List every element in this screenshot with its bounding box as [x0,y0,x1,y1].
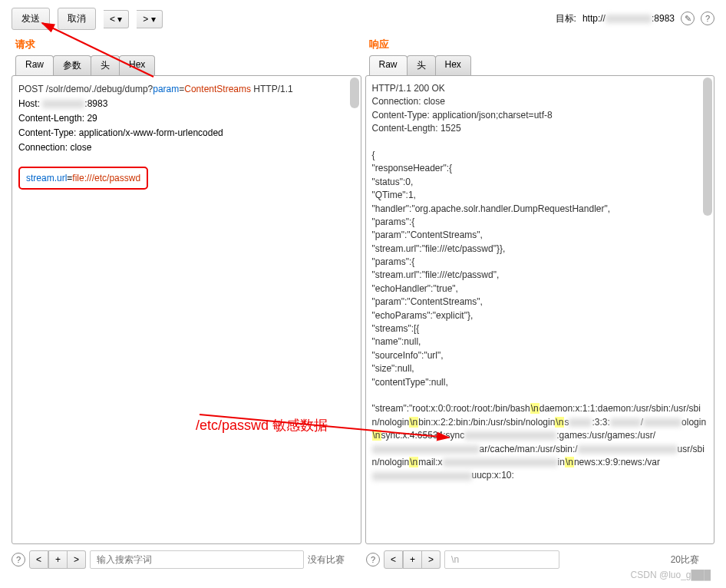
help-icon-right[interactable]: ? [366,553,380,567]
target-url: http://:8983 [582,13,675,24]
search-input-left[interactable] [90,550,304,569]
tab-hex-response[interactable]: Hex [435,55,471,75]
search-add-left[interactable]: + [48,550,68,569]
search-prev-left[interactable]: < [29,550,48,569]
search-add-right[interactable]: + [403,550,422,569]
watermark: CSDN @luo_g███ [631,570,711,580]
search-prev-right[interactable]: < [384,550,403,569]
send-button[interactable]: 发送 [12,8,50,30]
help-icon-left[interactable]: ? [12,553,25,567]
request-title: 请求 [12,38,361,51]
help-icon[interactable]: ? [701,12,714,25]
response-content[interactable]: HTTP/1.1 200 OK Connection: close Conten… [365,75,715,544]
scrollbar-request[interactable] [350,78,359,108]
search-next-left[interactable]: > [68,550,86,569]
search-input-right[interactable] [444,550,559,569]
tab-raw-request[interactable]: Raw [15,55,54,75]
request-content[interactable]: POST /solr/demo/./debug/dump?param=Conte… [12,75,361,544]
prev-button[interactable]: < ▾ [104,10,129,28]
target-label: 目标: [556,12,576,25]
match-count-right: 20比赛 [671,553,699,567]
tab-headers-request[interactable]: 头 [91,55,120,75]
cancel-button[interactable]: 取消 [58,8,96,30]
response-panel: 响应 Raw 头 Hex HTTP/1.1 200 OK Connection:… [365,38,715,544]
edit-icon[interactable]: ✎ [681,12,695,25]
tab-params-request[interactable]: 参数 [53,55,91,75]
next-button[interactable]: > ▾ [137,10,162,28]
scrollbar-response[interactable] [703,78,712,216]
no-match-left: 没有比赛 [308,553,345,567]
search-next-right[interactable]: > [422,550,441,569]
request-panel: 请求 Raw 参数 头 Hex POST /solr/demo/./debug/… [12,38,361,544]
request-body-highlight: stream.url=file:///etc/passwd [18,167,148,190]
response-title: 响应 [365,38,715,51]
tab-raw-response[interactable]: Raw [369,55,408,75]
tab-hex-request[interactable]: Hex [119,55,155,75]
tab-headers-response[interactable]: 头 [407,55,436,75]
